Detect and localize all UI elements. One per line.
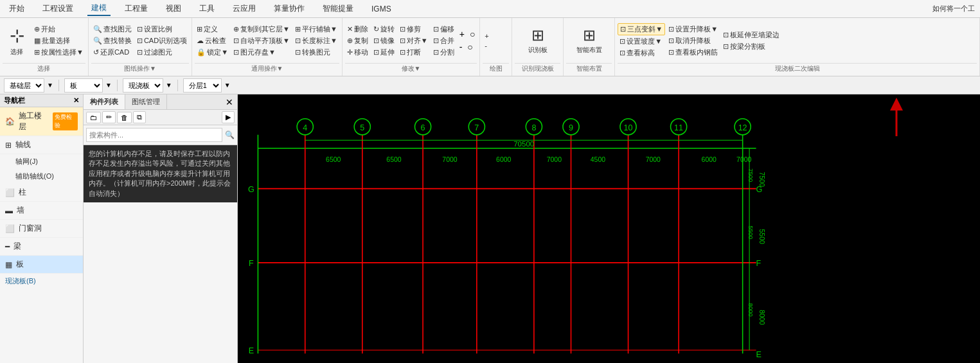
svg-text:10: 10 (624, 123, 633, 132)
rotate-icon: ↻ (373, 25, 379, 33)
lock-btn[interactable]: 🔒 锁定▼ (195, 47, 230, 58)
press-split-btn[interactable]: ⊡ 按梁分割板 (721, 41, 781, 52)
check-elevation-btn[interactable]: ⊡ 查看标高 (618, 48, 665, 58)
three-point-slope-btn[interactable]: ⊡ 三点变斜▼ (618, 23, 665, 35)
set-scale-btn[interactable]: ⊡ 设置比例 (135, 24, 189, 35)
ribbon-group-identify: ⊞ 识别板 识别现浇板 (512, 18, 564, 76)
set-slope-btn[interactable]: ⊡ 设置坡度▼ (618, 36, 665, 47)
auto-flatten-btn[interactable]: ⊡ 自动平齐顶板▼ (231, 35, 292, 46)
delete-btn[interactable]: ✕ 删除 (345, 24, 370, 35)
circle-btn[interactable]: ○ (468, 28, 477, 40)
copy-label: 复制 (354, 36, 368, 46)
menu-item-collab[interactable]: 算量协作 (270, 2, 308, 15)
nav-column-item[interactable]: ⬜ 柱 (0, 184, 83, 202)
check-interior-btn[interactable]: ⊡ 查看板内钢筋 (666, 47, 720, 58)
nav-floor-item[interactable]: 🏠 施工楼层 免费检验 (0, 107, 83, 136)
nav-aux-axis[interactable]: 辅助轴线(O) (0, 169, 83, 184)
select-large-btn[interactable]: ⊹ 选择 (3, 22, 31, 60)
cad-identify-btn[interactable]: ⊡ CAD识别选项 (135, 35, 189, 46)
nav-close-btn[interactable]: ✕ (73, 96, 79, 105)
merge-btn[interactable]: ⊡ 合并 (431, 35, 456, 46)
extend-btn[interactable]: ⊡ 延伸 (371, 47, 396, 58)
copy-to-layer-label: 复制到其它层▼ (240, 24, 290, 34)
nav-axis-item[interactable]: ⊞ 轴线 (0, 136, 83, 154)
menu-item-quantity[interactable]: 工程量 (121, 2, 152, 15)
cancel-raise-btn[interactable]: ⊡ 取消升降板 (666, 35, 720, 46)
trash-btn[interactable]: 🗑 (117, 112, 132, 123)
minus-btn[interactable]: - (458, 41, 465, 53)
find-element-btn[interactable]: 🔍 查找图元 (91, 24, 134, 35)
layer2-select[interactable]: 板 (64, 78, 103, 93)
drawing-mgmt-tab[interactable]: 图纸管理 (125, 94, 167, 109)
edit-col1: ⊡ 三点变斜▼ ⊡ 设置坡度▼ ⊡ 查看标高 (618, 23, 665, 58)
split-label: 分割 (440, 48, 454, 57)
draw-minus-btn[interactable]: - (483, 41, 490, 50)
convert-element-btn[interactable]: ⊡ 转换图元 (293, 47, 339, 58)
identify-slab-btn[interactable]: ⊞ 识别板 (522, 23, 554, 58)
menu-item-ai[interactable]: 智能提量 (319, 2, 357, 15)
nav-cast-slab[interactable]: 现浇板(B) (0, 274, 83, 288)
pick-btn[interactable]: ⊕ 开始 (32, 24, 85, 35)
select-group-label: 选择 (3, 63, 85, 75)
menu-item-view[interactable]: 视图 (162, 2, 185, 15)
find-replace-btn[interactable]: 🔍 查找替换 (91, 35, 134, 46)
rotate-btn[interactable]: ↻ 旋转 (371, 24, 396, 35)
layer1-select[interactable]: 基础层 (4, 78, 44, 93)
extend-to-beam-btn[interactable]: ⊡ 板延伸至墙梁边 (721, 30, 781, 40)
define-btn[interactable]: ⊞ 定义 (195, 24, 230, 35)
cloud-check-btn[interactable]: ☁ 云检查 (195, 35, 230, 46)
nav-slab-item[interactable]: ▦ 板 (0, 256, 83, 274)
circle2-btn[interactable]: ○ (465, 41, 474, 53)
new-folder-btn[interactable]: 🗀 (86, 112, 101, 123)
copy-component-btn[interactable]: ⧉ (133, 111, 146, 123)
ribbon: ⊹ 选择 ⊕ 开始 ▦ 批量选择 ⊞ 按属性选择▼ (0, 18, 980, 76)
mirror-btn[interactable]: ⊡ 镜像 (371, 35, 396, 46)
element-store-btn[interactable]: ⊡ 图元存盘▼ (231, 47, 292, 58)
plus-btn[interactable]: + (458, 28, 467, 40)
smart-layout-btn[interactable]: ⊞ 智能布置 (572, 23, 607, 58)
copy-to-layer-btn[interactable]: ⊕ 复制到其它层▼ (231, 24, 292, 35)
toolbar-divider3 (177, 80, 178, 91)
canvas-area[interactable]: 4 5 6 7 8 9 10 11 12 70500 6500 6500 700… (238, 94, 980, 363)
svg-text:F: F (756, 259, 762, 268)
align-btn[interactable]: ⊡ 对齐▼ (398, 35, 430, 46)
edit-btn[interactable]: ✏ (102, 111, 116, 123)
modify-col1: ✕ 删除 ⊕ 复制 ✛ 移动 (345, 24, 370, 58)
print-btn[interactable]: ⊡ 打断 (398, 47, 430, 58)
length-mark-btn[interactable]: ⊡ 长度标注▼ (293, 35, 339, 46)
restore-cad-btn[interactable]: ↺ 还原CAD (91, 47, 134, 58)
copy-btn[interactable]: ⊕ 复制 (345, 35, 370, 46)
layer3-select[interactable]: 现浇板 (123, 78, 163, 93)
parallel-axis-btn[interactable]: ⊞ 平行辅轴▼ (293, 24, 339, 35)
general-col2: ⊕ 复制到其它层▼ ⊡ 自动平齐顶板▼ ⊡ 图元存盘▼ (231, 24, 292, 58)
search-input[interactable] (86, 128, 222, 142)
menu-item-igms[interactable]: IGMS (368, 3, 395, 15)
attr-label: 按属性选择▼ (41, 48, 84, 57)
attr-select-btn[interactable]: ⊞ 按属性选择▼ (32, 47, 85, 58)
component-list-tab[interactable]: 构件列表 (84, 94, 125, 109)
nav-wall-item[interactable]: ▬ 墙 (0, 202, 83, 220)
three-point-slope-icon: ⊡ (620, 25, 626, 33)
nav-axis-grid[interactable]: 轴网(J) (0, 154, 83, 169)
middle-panel-close[interactable]: ✕ (222, 96, 237, 109)
menu-item-start[interactable]: 开始 (5, 2, 28, 15)
menu-item-tools[interactable]: 工具 (195, 2, 218, 15)
more-btn[interactable]: ▶ (222, 111, 235, 123)
menu-item-cloud[interactable]: 云应用 (229, 2, 260, 15)
filter-element-btn[interactable]: ⊡ 过滤图元 (135, 47, 189, 58)
menu-item-settings[interactable]: 工程设置 (39, 2, 77, 15)
offset-icon: ⊡ (433, 25, 439, 33)
nav-door-item[interactable]: ⬜ 门窗洞 (0, 220, 83, 238)
draw-plus-btn[interactable]: + (483, 31, 490, 40)
move-btn[interactable]: ✛ 移动 (345, 47, 370, 58)
nav-beam-item[interactable]: ━ 梁 (0, 238, 83, 256)
set-raise-btn[interactable]: ⊡ 设置升降板▼ (666, 24, 720, 35)
layer4-select[interactable]: 分层1 (183, 78, 222, 93)
trim-btn[interactable]: ⊡ 修剪 (398, 24, 430, 35)
panel-search: 🔍 (84, 125, 237, 145)
menu-item-build[interactable]: 建模 (87, 1, 111, 16)
split-btn[interactable]: ⊡ 分割 (431, 47, 456, 58)
edit-col3: ⊡ 板延伸至墙梁边 ⊡ 按梁分割板 (721, 30, 781, 52)
offset-btn[interactable]: ⊡ 偏移 (431, 24, 456, 35)
batch-select-btn[interactable]: ▦ 批量选择 (32, 35, 85, 46)
